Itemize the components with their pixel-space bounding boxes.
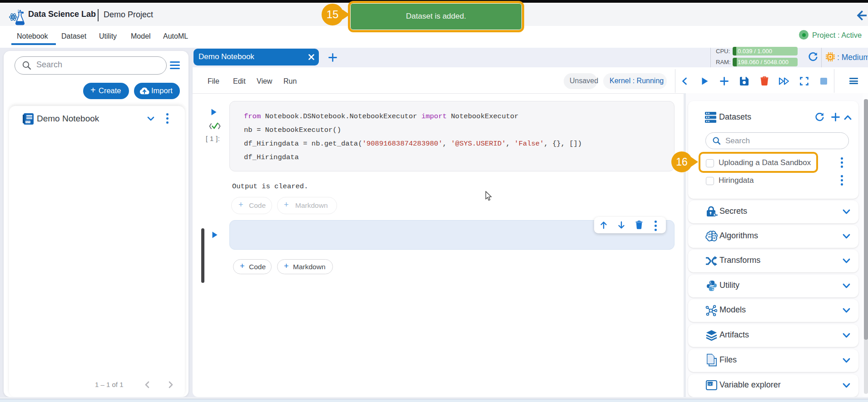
svg-text:15: 15 <box>327 8 339 20</box>
svg-text:16: 16 <box>676 156 688 168</box>
svg-text:</>: </> <box>26 121 30 124</box>
svg-text:(x): (x) <box>707 382 714 386</box>
